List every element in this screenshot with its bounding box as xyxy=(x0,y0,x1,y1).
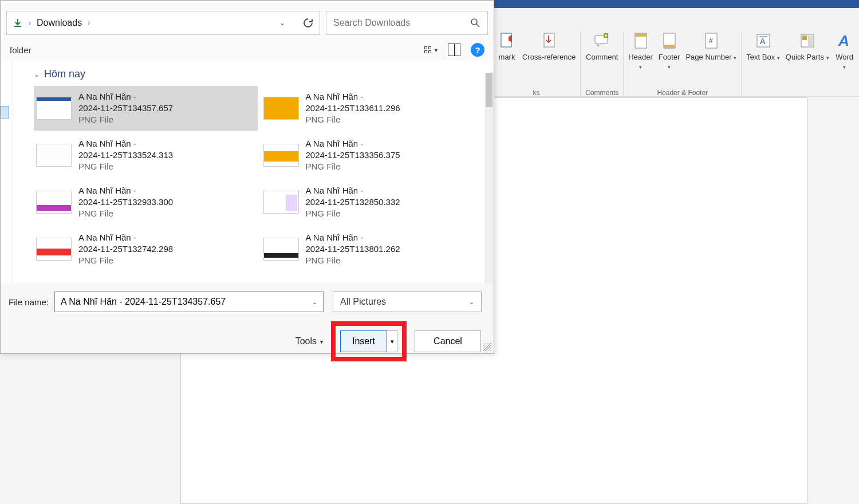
file-thumbnail xyxy=(263,144,299,167)
file-list-pane: ⌄ Hôm nay A Na Nhĩ Hãn - 2024-11-25T1343… xyxy=(1,60,494,284)
chevron-down-icon: ⌄ xyxy=(34,70,40,78)
history-dropdown[interactable]: ⌄ xyxy=(279,19,285,27)
file-item[interactable]: A Na Nhĩ Hãn - 2024-11-25T132933.300 PNG… xyxy=(34,180,258,225)
file-item[interactable]: A Na Nhĩ Hãn - 2024-11-25T133356.375 PNG… xyxy=(261,133,485,178)
header-icon xyxy=(631,31,651,50)
group-label: Hôm nay xyxy=(44,68,85,80)
file-item[interactable]: A Na Nhĩ Hãn - 2024-11-25T132742.298 PNG… xyxy=(34,227,258,271)
file-item[interactable]: A Na Nhĩ Hãn - 2024-11-25T132850.332 PNG… xyxy=(261,180,485,225)
header-label: Header▾ xyxy=(628,53,653,70)
chevron-down-icon: ▾ xyxy=(435,47,438,53)
page-number-label: Page Number ▾ xyxy=(685,53,736,62)
file-thumbnail xyxy=(36,144,72,167)
insert-label: Insert xyxy=(352,336,375,346)
file-item[interactable]: A Na Nhĩ Hãn - 2024-11-25T134357.657 PNG… xyxy=(34,86,258,131)
wordart-label: Word▾ xyxy=(836,53,853,70)
bookmark-button[interactable]: mark xyxy=(497,31,517,62)
refresh-button[interactable] xyxy=(302,17,314,29)
download-icon xyxy=(13,18,23,28)
file-item[interactable]: A Na Nhĩ Hãn - 2024-11-25T113801.262 PNG… xyxy=(261,227,485,271)
cancel-button[interactable]: Cancel xyxy=(415,330,481,352)
footer-label: Footer▾ xyxy=(659,53,680,70)
svg-rect-6 xyxy=(635,33,647,37)
file-type: PNG File xyxy=(306,208,400,219)
file-name-line2: 2024-11-25T132933.300 xyxy=(78,196,173,208)
file-type: PNG File xyxy=(306,114,400,125)
breadcrumb-current[interactable]: Downloads xyxy=(37,18,82,28)
file-name-line1: A Na Nhĩ Hãn - xyxy=(78,138,173,149)
file-thumbnail xyxy=(36,191,72,214)
text-box-label: Text Box ▾ xyxy=(746,53,779,62)
file-item[interactable]: A Na Nhĩ Hãn - 2024-11-25T133611.296 PNG… xyxy=(261,86,485,131)
search-icon[interactable] xyxy=(470,18,480,28)
preview-pane-toggle[interactable] xyxy=(448,44,460,56)
resize-grip[interactable] xyxy=(483,343,491,351)
file-name-line2: 2024-11-25T133524.313 xyxy=(78,149,173,161)
file-name-line1: A Na Nhĩ Hãn - xyxy=(78,232,173,243)
chevron-down-icon: ▾ xyxy=(639,64,642,70)
chevron-down-icon: ▾ xyxy=(826,55,829,61)
svg-text:A: A xyxy=(760,37,766,46)
scrollbar-thumb[interactable] xyxy=(486,73,492,107)
cross-reference-icon xyxy=(539,31,559,50)
tools-button[interactable]: Tools ▾ xyxy=(295,336,323,346)
footer-button[interactable]: Footer▾ xyxy=(659,31,680,70)
file-type: PNG File xyxy=(306,161,400,172)
tools-label: Tools xyxy=(295,336,317,346)
file-name-line2: 2024-11-25T132850.332 xyxy=(306,196,400,208)
chevron-right-icon: › xyxy=(29,19,31,27)
ribbon-group-label-links: ks xyxy=(533,89,540,97)
search-box[interactable] xyxy=(326,11,488,35)
chevron-down-icon: ⌄ xyxy=(469,298,474,306)
file-name-line1: A Na Nhĩ Hãn - xyxy=(78,185,173,196)
help-icon[interactable]: ? xyxy=(471,43,484,57)
group-header-today[interactable]: ⌄ Hôm nay xyxy=(22,60,494,86)
dialog-toolbar: folder ▾ ? xyxy=(1,40,494,60)
insert-button[interactable]: Insert xyxy=(340,330,387,352)
chevron-down-icon: ▾ xyxy=(843,64,846,70)
file-type: PNG File xyxy=(78,114,173,125)
header-button[interactable]: Header▾ xyxy=(628,31,653,70)
footer-icon xyxy=(660,31,679,50)
file-type: PNG File xyxy=(78,208,173,219)
text-box-button[interactable]: A Text Box ▾ xyxy=(746,31,779,70)
bookmark-icon xyxy=(497,31,517,50)
file-thumbnail xyxy=(263,238,299,261)
comment-label: Comment xyxy=(586,53,618,62)
filename-value: A Na Nhĩ Hãn - 2024-11-25T134357.657 xyxy=(61,297,226,307)
cancel-label: Cancel xyxy=(434,336,462,346)
view-mode-button[interactable]: ▾ xyxy=(424,46,438,53)
page-number-button[interactable]: # Page Number ▾ xyxy=(685,31,736,70)
scrollbar[interactable] xyxy=(484,73,494,285)
breadcrumb[interactable]: › Downloads › ⌄ xyxy=(6,11,320,35)
insert-dropdown-button[interactable]: ▾ xyxy=(387,330,397,352)
svg-rect-15 xyxy=(802,36,807,40)
chevron-down-icon[interactable]: ⌄ xyxy=(312,298,317,306)
page-number-icon: # xyxy=(702,31,721,50)
chevron-down-icon: ▾ xyxy=(668,64,671,70)
file-item[interactable]: A Na Nhĩ Hãn - 2024-11-25T133524.313 PNG… xyxy=(34,133,258,178)
ribbon-group-links: mark Cross-reference ks xyxy=(492,31,581,97)
comment-button[interactable]: Comment xyxy=(586,31,618,62)
quick-parts-icon xyxy=(798,31,817,50)
ribbon-group-text: A Text Box ▾ Quick Parts ▾ A Word▾ xyxy=(742,31,858,97)
file-type-filter[interactable]: All Pictures ⌄ xyxy=(333,292,482,312)
file-type: PNG File xyxy=(78,255,173,266)
chevron-down-icon: ▾ xyxy=(320,338,323,345)
cross-reference-label: Cross-reference xyxy=(522,53,576,62)
quick-parts-button[interactable]: Quick Parts ▾ xyxy=(786,31,829,70)
cross-reference-button[interactable]: Cross-reference xyxy=(522,31,576,62)
file-thumbnail xyxy=(36,97,72,120)
wordart-button[interactable]: A Word▾ xyxy=(835,31,854,70)
search-input[interactable] xyxy=(333,18,470,28)
file-name-line2: 2024-11-25T134357.657 xyxy=(78,103,173,114)
file-name-line2: 2024-11-25T113801.262 xyxy=(306,243,400,255)
file-thumbnail xyxy=(263,191,299,214)
comment-icon xyxy=(592,31,612,50)
filename-input[interactable]: A Na Nhĩ Hãn - 2024-11-25T134357.657 ⌄ xyxy=(54,292,324,312)
view-grid-icon xyxy=(424,46,431,53)
new-folder-label[interactable]: folder xyxy=(10,45,31,55)
svg-text:#: # xyxy=(709,37,713,45)
file-name-line1: A Na Nhĩ Hãn - xyxy=(306,185,400,196)
svg-rect-16 xyxy=(808,36,813,46)
